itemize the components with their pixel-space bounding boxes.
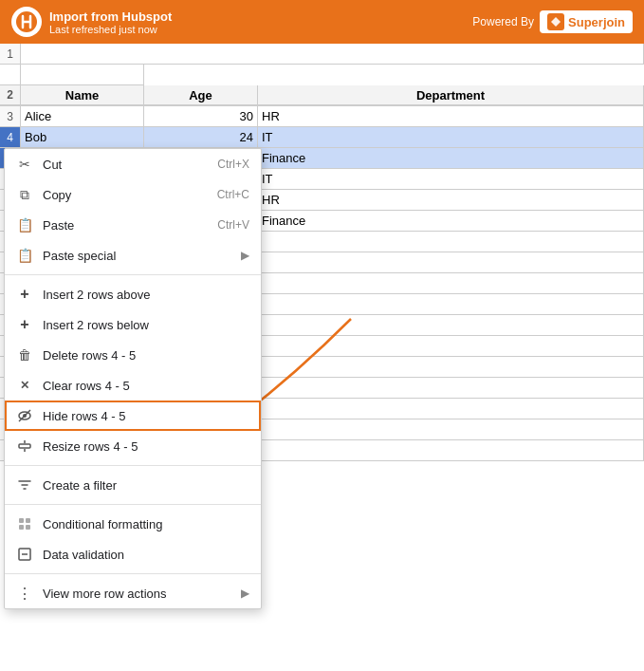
sheet-row-header: 2 Name Age Department <box>0 85 644 106</box>
row-num-3: 3 <box>0 106 21 127</box>
col-header-age: Age <box>144 85 258 106</box>
menu-item-create-filter[interactable]: Create a filter <box>5 470 261 500</box>
menu-label-paste-special: Paste special <box>43 249 231 263</box>
filter-icon <box>16 476 33 494</box>
separator-2 <box>5 465 261 466</box>
row-num-2: 2 <box>0 85 21 106</box>
cell-6-dept[interactable]: IT <box>258 169 644 190</box>
separator-3 <box>5 504 261 505</box>
menu-item-insert-below[interactable]: + Insert 2 rows below <box>5 309 261 340</box>
menu-item-paste[interactable]: 📋 Paste Ctrl+V <box>5 210 261 240</box>
cell-5-dept[interactable]: Finance <box>258 148 644 169</box>
menu-item-resize-rows[interactable]: Resize rows 4 - 5 <box>5 431 261 461</box>
sheet-row-4: 4 Bob 24 IT <box>0 127 644 148</box>
separator-1 <box>5 274 261 275</box>
cell-1-dept[interactable] <box>21 65 144 85</box>
col-header-name: Name <box>21 85 144 106</box>
banner-text: Import from Hubspot Last refreshed just … <box>49 9 172 35</box>
cell-1-age[interactable] <box>0 65 21 85</box>
menu-label-paste: Paste <box>43 218 208 233</box>
menu-item-more-actions[interactable]: ⋮ View more row actions ▶ <box>5 578 261 608</box>
resize-icon <box>16 438 33 455</box>
svg-rect-8 <box>19 518 24 523</box>
menu-item-paste-special[interactable]: 📋 Paste special ▶ <box>5 240 261 270</box>
banner-left: Import from Hubspot Last refreshed just … <box>11 7 172 37</box>
delete-icon: 🗑 <box>16 346 33 363</box>
menu-item-conditional-formatting[interactable]: Conditional formatting <box>5 509 261 539</box>
menu-label-resize-rows: Resize rows 4 - 5 <box>43 439 249 454</box>
menu-label-data-validation: Data validation <box>43 548 249 562</box>
menu-label-delete-rows: Delete rows 4 - 5 <box>43 348 249 363</box>
spreadsheet-area: 1 2 Name Age Department 3 Alice 30 HR 4 … <box>0 44 644 461</box>
svg-rect-10 <box>19 525 24 530</box>
menu-label-create-filter: Create a filter <box>43 478 249 493</box>
submenu-arrow-paste-special: ▶ <box>241 249 249 262</box>
copy-icon: ⧉ <box>16 186 33 203</box>
superjoin-logo: Superjoin <box>540 10 633 33</box>
powered-by-label: Powered By <box>472 15 534 28</box>
more-actions-icon: ⋮ <box>16 585 33 602</box>
banner-right: Powered By Superjoin <box>472 10 633 33</box>
cell-3-name[interactable]: Alice <box>21 106 144 127</box>
menu-label-clear-rows: Clear rows 4 - 5 <box>43 379 249 393</box>
insert-below-icon: + <box>16 316 33 333</box>
svg-rect-9 <box>26 518 30 523</box>
row-num-1: 1 <box>0 44 21 65</box>
menu-label-more-actions: View more row actions <box>43 587 231 601</box>
shortcut-copy: Ctrl+C <box>217 188 249 201</box>
menu-label-cut: Cut <box>43 158 208 172</box>
menu-label-conditional-formatting: Conditional formatting <box>43 517 249 531</box>
context-menu: ✂ Cut Ctrl+X ⧉ Copy Ctrl+C 📋 Paste Ctrl+… <box>4 148 262 609</box>
menu-label-copy: Copy <box>43 188 208 202</box>
top-banner: Import from Hubspot Last refreshed just … <box>0 0 644 44</box>
hubspot-logo <box>11 7 42 37</box>
conditional-formatting-icon <box>16 515 33 532</box>
submenu-arrow-more-actions: ▶ <box>241 587 249 600</box>
menu-item-cut[interactable]: ✂ Cut Ctrl+X <box>5 149 261 179</box>
banner-title: Import from Hubspot <box>49 9 172 24</box>
row-num-4: 4 <box>0 127 21 148</box>
paste-special-icon: 📋 <box>16 247 33 264</box>
cut-icon: ✂ <box>16 156 33 173</box>
menu-item-copy[interactable]: ⧉ Copy Ctrl+C <box>5 179 261 210</box>
menu-item-delete-rows[interactable]: 🗑 Delete rows 4 - 5 <box>5 340 261 370</box>
menu-label-hide-rows: Hide rows 4 - 5 <box>43 409 249 423</box>
brand-name: Superjoin <box>568 15 625 29</box>
menu-item-clear-rows[interactable]: ✕ Clear rows 4 - 5 <box>5 370 261 401</box>
hide-icon <box>16 407 33 424</box>
shortcut-paste: Ctrl+V <box>217 218 249 232</box>
cell-3-age[interactable]: 30 <box>144 106 258 127</box>
clear-icon: ✕ <box>16 377 33 394</box>
banner-subtitle: Last refreshed just now <box>49 24 172 35</box>
sheet-row-3: 3 Alice 30 HR <box>0 106 644 127</box>
data-validation-icon <box>16 546 33 563</box>
menu-label-insert-above: Insert 2 rows above <box>43 288 249 302</box>
cell-3-dept[interactable]: HR <box>258 106 644 127</box>
menu-item-data-validation[interactable]: Data validation <box>5 539 261 569</box>
sheet-row-1: 1 <box>0 44 644 85</box>
cell-7-dept[interactable]: HR <box>258 190 644 211</box>
svg-rect-5 <box>19 444 30 448</box>
shortcut-cut: Ctrl+X <box>217 158 249 171</box>
menu-label-insert-below: Insert 2 rows below <box>43 318 249 332</box>
separator-4 <box>5 573 261 574</box>
insert-above-icon: + <box>16 286 33 303</box>
cell-4-dept[interactable]: IT <box>258 127 644 148</box>
cell-8-dept[interactable]: Finance <box>258 211 644 232</box>
menu-item-insert-above[interactable]: + Insert 2 rows above <box>5 279 261 309</box>
paste-icon: 📋 <box>16 216 33 233</box>
cell-4-age[interactable]: 24 <box>144 127 258 148</box>
cell-1-name[interactable] <box>21 44 644 65</box>
svg-rect-11 <box>26 525 30 530</box>
col-header-dept: Department <box>258 85 644 106</box>
cell-4-name[interactable]: Bob <box>21 127 144 148</box>
menu-item-hide-rows[interactable]: Hide rows 4 - 5 <box>5 401 261 431</box>
